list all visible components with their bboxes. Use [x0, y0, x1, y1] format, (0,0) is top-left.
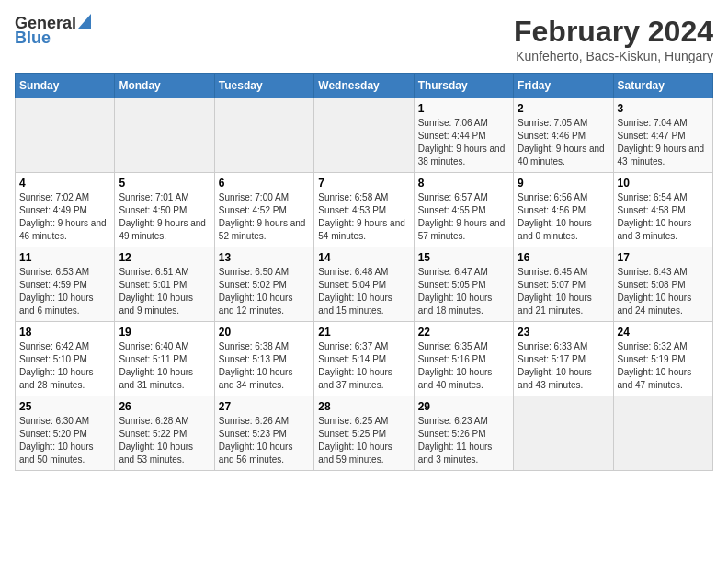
calendar-cell: 18Sunrise: 6:42 AMSunset: 5:10 PMDayligh…: [16, 322, 115, 396]
calendar-cell: 28Sunrise: 6:25 AMSunset: 5:25 PMDayligh…: [314, 396, 414, 471]
calendar-cell: [115, 98, 214, 173]
day-number: 4: [19, 177, 110, 190]
day-number: 5: [119, 177, 210, 190]
page-header: General Blue February 2024 Kunfeherto, B…: [15, 15, 713, 63]
day-info: Sunrise: 7:00 AMSunset: 4:52 PMDaylight:…: [219, 191, 310, 243]
day-info: Sunrise: 6:54 AMSunset: 4:58 PMDaylight:…: [618, 191, 709, 243]
day-info: Sunrise: 6:40 AMSunset: 5:11 PMDaylight:…: [119, 340, 210, 392]
calendar-cell: [16, 98, 115, 173]
day-number: 3: [618, 102, 709, 115]
day-info: Sunrise: 7:06 AMSunset: 4:44 PMDaylight:…: [418, 117, 509, 168]
day-info: Sunrise: 6:38 AMSunset: 5:13 PMDaylight:…: [219, 340, 310, 392]
day-info: Sunrise: 7:01 AMSunset: 4:50 PMDaylight:…: [119, 191, 210, 243]
day-number: 20: [219, 326, 310, 339]
day-number: 19: [119, 326, 210, 339]
calendar-cell: 6Sunrise: 7:00 AMSunset: 4:52 PMDaylight…: [214, 173, 313, 247]
logo-triangle-icon: [78, 14, 91, 29]
day-number: 23: [518, 326, 609, 339]
weekday-header: Thursday: [414, 74, 513, 98]
calendar-table: SundayMondayTuesdayWednesdayThursdayFrid…: [15, 73, 713, 471]
day-info: Sunrise: 6:33 AMSunset: 5:17 PMDaylight:…: [518, 340, 609, 392]
day-number: 15: [418, 251, 509, 264]
calendar-cell: 7Sunrise: 6:58 AMSunset: 4:53 PMDaylight…: [314, 173, 414, 247]
day-number: 2: [518, 102, 609, 115]
weekday-header: Wednesday: [314, 74, 414, 98]
calendar-cell: 22Sunrise: 6:35 AMSunset: 5:16 PMDayligh…: [414, 322, 513, 396]
title-block: February 2024 Kunfeherto, Bacs-Kiskun, H…: [514, 15, 713, 63]
month-title: February 2024: [514, 15, 713, 49]
day-info: Sunrise: 7:04 AMSunset: 4:47 PMDaylight:…: [618, 117, 709, 168]
calendar-cell: 19Sunrise: 6:40 AMSunset: 5:11 PMDayligh…: [115, 322, 214, 396]
calendar-cell: 9Sunrise: 6:56 AMSunset: 4:56 PMDaylight…: [514, 173, 613, 247]
calendar-cell: 24Sunrise: 6:32 AMSunset: 5:19 PMDayligh…: [613, 322, 712, 396]
day-number: 21: [318, 326, 409, 339]
day-info: Sunrise: 6:35 AMSunset: 5:16 PMDaylight:…: [418, 340, 509, 392]
calendar-cell: [613, 396, 712, 471]
day-number: 6: [219, 177, 310, 190]
day-number: 26: [119, 400, 210, 413]
calendar-cell: 2Sunrise: 7:05 AMSunset: 4:46 PMDaylight…: [514, 98, 613, 173]
calendar-header: SundayMondayTuesdayWednesdayThursdayFrid…: [16, 74, 713, 98]
day-info: Sunrise: 6:58 AMSunset: 4:53 PMDaylight:…: [318, 191, 409, 243]
day-info: Sunrise: 6:45 AMSunset: 5:07 PMDaylight:…: [518, 266, 609, 317]
day-number: 13: [219, 251, 310, 264]
day-number: 27: [219, 400, 310, 413]
calendar-cell: 4Sunrise: 7:02 AMSunset: 4:49 PMDaylight…: [16, 173, 115, 247]
location-subtitle: Kunfeherto, Bacs-Kiskun, Hungary: [514, 49, 713, 63]
day-info: Sunrise: 6:42 AMSunset: 5:10 PMDaylight:…: [19, 340, 110, 392]
day-number: 12: [119, 251, 210, 264]
calendar-cell: 26Sunrise: 6:28 AMSunset: 5:22 PMDayligh…: [115, 396, 214, 471]
day-info: Sunrise: 6:48 AMSunset: 5:04 PMDaylight:…: [318, 266, 409, 317]
day-info: Sunrise: 6:51 AMSunset: 5:01 PMDaylight:…: [119, 266, 210, 317]
day-number: 29: [418, 400, 509, 413]
calendar-cell: 14Sunrise: 6:48 AMSunset: 5:04 PMDayligh…: [314, 247, 414, 322]
day-number: 7: [318, 177, 409, 190]
day-number: 14: [318, 251, 409, 264]
day-info: Sunrise: 6:47 AMSunset: 5:05 PMDaylight:…: [418, 266, 509, 317]
day-number: 24: [618, 326, 709, 339]
calendar-cell: 12Sunrise: 6:51 AMSunset: 5:01 PMDayligh…: [115, 247, 214, 322]
calendar-cell: 8Sunrise: 6:57 AMSunset: 4:55 PMDaylight…: [414, 173, 513, 247]
day-info: Sunrise: 6:53 AMSunset: 4:59 PMDaylight:…: [19, 266, 110, 317]
logo: General Blue: [15, 15, 91, 46]
calendar-cell: 16Sunrise: 6:45 AMSunset: 5:07 PMDayligh…: [514, 247, 613, 322]
day-info: Sunrise: 6:37 AMSunset: 5:14 PMDaylight:…: [318, 340, 409, 392]
day-info: Sunrise: 7:02 AMSunset: 4:49 PMDaylight:…: [19, 191, 110, 243]
day-info: Sunrise: 6:28 AMSunset: 5:22 PMDaylight:…: [119, 415, 210, 466]
calendar-cell: [314, 98, 414, 173]
day-number: 25: [19, 400, 110, 413]
calendar-body: 1Sunrise: 7:06 AMSunset: 4:44 PMDaylight…: [16, 98, 713, 471]
calendar-cell: 25Sunrise: 6:30 AMSunset: 5:20 PMDayligh…: [16, 396, 115, 471]
svg-marker-0: [78, 14, 91, 29]
day-info: Sunrise: 6:26 AMSunset: 5:23 PMDaylight:…: [219, 415, 310, 466]
calendar-cell: 11Sunrise: 6:53 AMSunset: 4:59 PMDayligh…: [16, 247, 115, 322]
calendar-cell: 3Sunrise: 7:04 AMSunset: 4:47 PMDaylight…: [613, 98, 712, 173]
calendar-cell: 23Sunrise: 6:33 AMSunset: 5:17 PMDayligh…: [514, 322, 613, 396]
calendar-cell: 5Sunrise: 7:01 AMSunset: 4:50 PMDaylight…: [115, 173, 214, 247]
day-number: 16: [518, 251, 609, 264]
weekday-header: Friday: [514, 74, 613, 98]
calendar-cell: 1Sunrise: 7:06 AMSunset: 4:44 PMDaylight…: [414, 98, 513, 173]
day-number: 8: [418, 177, 509, 190]
calendar-cell: 15Sunrise: 6:47 AMSunset: 5:05 PMDayligh…: [414, 247, 513, 322]
calendar-cell: 20Sunrise: 6:38 AMSunset: 5:13 PMDayligh…: [214, 322, 313, 396]
day-number: 22: [418, 326, 509, 339]
day-number: 17: [618, 251, 709, 264]
day-number: 18: [19, 326, 110, 339]
logo-blue: Blue: [15, 29, 91, 46]
day-number: 28: [318, 400, 409, 413]
day-info: Sunrise: 6:32 AMSunset: 5:19 PMDaylight:…: [618, 340, 709, 392]
calendar-cell: 29Sunrise: 6:23 AMSunset: 5:26 PMDayligh…: [414, 396, 513, 471]
day-number: 10: [618, 177, 709, 190]
weekday-header: Tuesday: [214, 74, 313, 98]
calendar-cell: 17Sunrise: 6:43 AMSunset: 5:08 PMDayligh…: [613, 247, 712, 322]
day-info: Sunrise: 6:30 AMSunset: 5:20 PMDaylight:…: [19, 415, 110, 466]
calendar-cell: 27Sunrise: 6:26 AMSunset: 5:23 PMDayligh…: [214, 396, 313, 471]
day-info: Sunrise: 6:23 AMSunset: 5:26 PMDaylight:…: [418, 415, 509, 466]
day-info: Sunrise: 6:56 AMSunset: 4:56 PMDaylight:…: [518, 191, 609, 243]
weekday-header: Saturday: [613, 74, 712, 98]
calendar-cell: [214, 98, 313, 173]
weekday-header: Monday: [115, 74, 214, 98]
day-info: Sunrise: 6:50 AMSunset: 5:02 PMDaylight:…: [219, 266, 310, 317]
calendar-cell: 10Sunrise: 6:54 AMSunset: 4:58 PMDayligh…: [613, 173, 712, 247]
